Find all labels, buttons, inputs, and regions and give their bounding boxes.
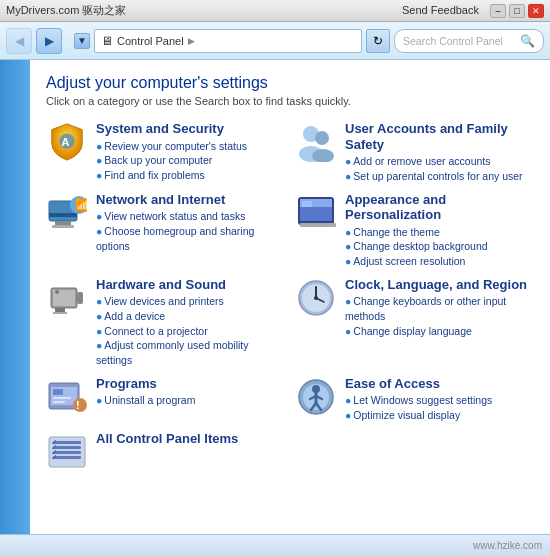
svg-text:📶: 📶 bbox=[75, 197, 87, 212]
back-button[interactable]: ◀ bbox=[6, 28, 32, 54]
status-bar: www.hzike.com bbox=[0, 534, 550, 556]
programs-link-0[interactable]: ●Uninstall a program bbox=[96, 393, 285, 408]
category-clock: Clock, Language, and Region ●Change keyb… bbox=[295, 277, 534, 368]
users-icon bbox=[296, 122, 336, 162]
feedback-link[interactable]: Send Feedback bbox=[402, 4, 479, 18]
category-all-items: ✓ ✓ ✓ ✓ All Control Panel Items bbox=[46, 431, 285, 473]
search-placeholder: Search Control Panel bbox=[403, 35, 503, 47]
hardware-link-2[interactable]: ●Connect to a projector bbox=[96, 324, 285, 339]
svg-rect-8 bbox=[55, 221, 71, 225]
svg-point-3 bbox=[315, 131, 329, 145]
search-bar[interactable]: Search Control Panel 🔍 bbox=[394, 29, 544, 53]
svg-rect-21 bbox=[55, 308, 65, 312]
watermark-hzike: www.hzike.com bbox=[473, 540, 542, 551]
category-ease-of-access: Ease of Access ●Let Windows suggest sett… bbox=[295, 376, 534, 423]
appearance-title[interactable]: Appearance and Personalization bbox=[345, 192, 534, 223]
svg-point-27 bbox=[314, 296, 318, 300]
clock-svg-icon bbox=[296, 278, 336, 318]
search-icon: 🔍 bbox=[520, 34, 535, 48]
network-icon: 📶 bbox=[46, 192, 88, 234]
title-bar: MyDrivers.com 驱动之家 Send Feedback – □ ✕ bbox=[0, 0, 550, 22]
user-accounts-link-1[interactable]: ●Set up parental controls for any user bbox=[345, 169, 534, 184]
user-accounts-title[interactable]: User Accounts and Family Safety bbox=[345, 121, 534, 152]
clock-text: Clock, Language, and Region ●Change keyb… bbox=[345, 277, 534, 339]
page-subtitle: Click on a category or use the Search bo… bbox=[46, 95, 534, 107]
user-accounts-link-0[interactable]: ●Add or remove user accounts bbox=[345, 154, 534, 169]
category-grid: A System and Security ●Review your compu… bbox=[46, 121, 534, 473]
programs-title[interactable]: Programs bbox=[96, 376, 285, 392]
ease-svg-icon bbox=[296, 377, 336, 417]
svg-rect-16 bbox=[300, 223, 336, 227]
refresh-button[interactable]: ↻ bbox=[366, 29, 390, 53]
all-items-text: All Control Panel Items bbox=[96, 431, 285, 449]
svg-rect-15 bbox=[302, 201, 312, 207]
appearance-link-0[interactable]: ●Change the theme bbox=[345, 225, 534, 240]
all-items-title[interactable]: All Control Panel Items bbox=[96, 431, 285, 447]
control-panel-icon: 🖥 bbox=[101, 34, 113, 48]
system-security-text: System and Security ●Review your compute… bbox=[96, 121, 285, 183]
appearance-link-2[interactable]: ●Adjust screen resolution bbox=[345, 254, 534, 269]
site-label: MyDrivers.com 驱动之家 bbox=[6, 3, 126, 18]
hardware-icon bbox=[46, 277, 88, 319]
forward-button[interactable]: ▶ bbox=[36, 28, 62, 54]
sidebar bbox=[0, 60, 30, 534]
clock-link-0[interactable]: ●Change keyboards or other input methods bbox=[345, 294, 534, 323]
ease-link-0[interactable]: ●Let Windows suggest settings bbox=[345, 393, 534, 408]
appearance-svg-icon bbox=[296, 193, 336, 233]
all-items-icon: ✓ ✓ ✓ ✓ bbox=[46, 431, 88, 473]
dropdown-icon[interactable]: ▼ bbox=[74, 33, 90, 49]
hardware-title[interactable]: Hardware and Sound bbox=[96, 277, 285, 293]
network-title[interactable]: Network and Internet bbox=[96, 192, 285, 208]
address-bar[interactable]: 🖥 Control Panel ▶ bbox=[94, 29, 362, 53]
programs-svg-icon: ! bbox=[47, 377, 87, 417]
close-button[interactable]: ✕ bbox=[528, 4, 544, 18]
hardware-svg-icon bbox=[47, 278, 87, 318]
hardware-link-1[interactable]: ●Add a device bbox=[96, 309, 285, 324]
programs-text: Programs ●Uninstall a program bbox=[96, 376, 285, 408]
hardware-link-0[interactable]: ●View devices and printers bbox=[96, 294, 285, 309]
clock-icon bbox=[295, 277, 337, 319]
system-security-link-1[interactable]: ●Back up your computer bbox=[96, 153, 285, 168]
category-user-accounts: User Accounts and Family Safety ●Add or … bbox=[295, 121, 534, 184]
svg-rect-20 bbox=[77, 292, 83, 304]
clock-title[interactable]: Clock, Language, and Region bbox=[345, 277, 534, 293]
page-title: Adjust your computer's settings bbox=[46, 74, 534, 92]
network-link-0[interactable]: ●View network status and tasks bbox=[96, 209, 285, 224]
appearance-link-1[interactable]: ●Change desktop background bbox=[345, 239, 534, 254]
network-link-1[interactable]: ●Choose homegroup and sharing options bbox=[96, 224, 285, 253]
toolbar: ◀ ▶ ▼ 🖥 Control Panel ▶ ↻ Search Control… bbox=[0, 22, 550, 60]
address-chevron: ▶ bbox=[188, 36, 195, 46]
system-security-icon: A bbox=[46, 121, 88, 163]
svg-rect-30 bbox=[53, 389, 63, 395]
ease-of-access-title[interactable]: Ease of Access bbox=[345, 376, 534, 392]
all-items-svg-icon: ✓ ✓ ✓ ✓ bbox=[47, 432, 87, 472]
hardware-text: Hardware and Sound ●View devices and pri… bbox=[96, 277, 285, 368]
svg-rect-7 bbox=[49, 213, 77, 217]
svg-point-19 bbox=[55, 290, 59, 294]
minimize-button[interactable]: – bbox=[490, 4, 506, 18]
shield-icon: A bbox=[47, 122, 87, 162]
category-network: 📶 Network and Internet ●View network sta… bbox=[46, 192, 285, 269]
svg-rect-9 bbox=[52, 225, 74, 228]
user-accounts-icon bbox=[295, 121, 337, 163]
main-container: Adjust your computer's settings Click on… bbox=[0, 60, 550, 534]
content-area: Adjust your computer's settings Click on… bbox=[30, 60, 550, 534]
appearance-icon bbox=[295, 192, 337, 234]
maximize-button[interactable]: □ bbox=[509, 4, 525, 18]
category-hardware: Hardware and Sound ●View devices and pri… bbox=[46, 277, 285, 368]
programs-icon: ! bbox=[46, 376, 88, 418]
ease-of-access-text: Ease of Access ●Let Windows suggest sett… bbox=[345, 376, 534, 423]
system-security-title[interactable]: System and Security bbox=[96, 121, 285, 137]
svg-text:✓: ✓ bbox=[51, 453, 58, 462]
clock-link-1[interactable]: ●Change display language bbox=[345, 324, 534, 339]
svg-rect-31 bbox=[53, 397, 71, 399]
system-security-link-2[interactable]: ●Find and fix problems bbox=[96, 168, 285, 183]
window-controls: Send Feedback – □ ✕ bbox=[402, 4, 544, 18]
user-accounts-text: User Accounts and Family Safety ●Add or … bbox=[345, 121, 534, 184]
ease-of-access-icon bbox=[295, 376, 337, 418]
system-security-link-0[interactable]: ●Review your computer's status bbox=[96, 139, 285, 154]
ease-link-1[interactable]: ●Optimize visual display bbox=[345, 408, 534, 423]
category-appearance: Appearance and Personalization ●Change t… bbox=[295, 192, 534, 269]
hardware-link-3[interactable]: ●Adjust commonly used mobility settings bbox=[96, 338, 285, 367]
category-system-security: A System and Security ●Review your compu… bbox=[46, 121, 285, 184]
